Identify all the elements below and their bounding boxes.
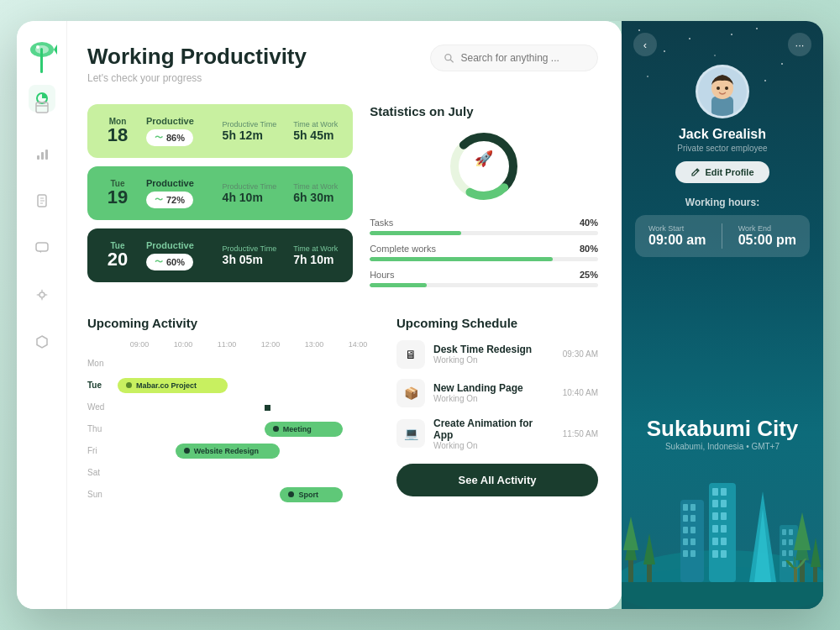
svg-rect-66 — [782, 529, 786, 535]
svg-rect-48 — [683, 550, 688, 557]
header-text: Working Productivity Let's check your pr… — [87, 45, 307, 84]
sidebar-item-chat[interactable] — [29, 234, 55, 261]
schedule-sub-anim: Working On — [433, 441, 554, 450]
stat-bar-fill-complete — [370, 257, 552, 261]
schedule-name-landing: New Landing Page — [433, 382, 554, 394]
svg-rect-26 — [711, 97, 733, 116]
prod-stats-tue20: Productive Time 3h 05m Time at Work 7h 1… — [223, 244, 339, 266]
svg-rect-69 — [789, 539, 793, 545]
svg-rect-11 — [45, 150, 48, 160]
city-name: Sukabumi City — [622, 416, 823, 442]
svg-rect-70 — [782, 550, 786, 556]
svg-marker-17 — [39, 251, 41, 253]
schedule-time-anim: 11:50 AM — [563, 429, 598, 438]
prod-info-tue20: Productive 〜 60% — [146, 240, 209, 270]
schedule-name-anim: Create Animation for App — [433, 417, 554, 441]
more-options-button[interactable]: ··· — [788, 33, 811, 56]
profile-section: Jack Grealish Private sector employee Ed… — [659, 56, 785, 197]
working-hours-title: Working hours: — [635, 197, 810, 208]
svg-rect-56 — [721, 512, 727, 520]
bottom-section: Upcoming Activity 09:00 10:00 11:00 12:0… — [87, 316, 598, 507]
sidebar-item-document[interactable] — [29, 187, 55, 214]
svg-marker-2 — [54, 45, 57, 55]
schedule-info-anim: Create Animation for App Working On — [433, 417, 554, 450]
svg-rect-37 — [647, 563, 652, 582]
stat-bar-fill-tasks — [370, 231, 461, 235]
left-arrow-button[interactable]: ‹ — [633, 33, 657, 56]
svg-rect-16 — [36, 243, 48, 251]
schedule-list: 🖥 Desk Time Redesign Working On 09:30 AM… — [396, 340, 598, 450]
schedule-icon-desk: 🖥 — [396, 340, 425, 369]
search-bar[interactable] — [430, 45, 598, 71]
edit-profile-button[interactable]: Edit Profile — [675, 161, 769, 183]
schedule-time-landing: 10:40 AM — [563, 388, 598, 397]
svg-rect-41 — [690, 504, 696, 511]
svg-rect-79 — [794, 567, 797, 582]
svg-rect-40 — [683, 504, 688, 511]
prod-card-tue19: Tue 19 Productive 〜 72% Pro — [87, 166, 353, 220]
header: Working Productivity Let's check your pr… — [87, 45, 598, 84]
wave-badge-tue20: 〜 60% — [146, 254, 193, 270]
gantt-row-sat: Sat — [87, 463, 380, 483]
svg-point-3 — [36, 45, 39, 49]
svg-rect-71 — [789, 550, 793, 556]
svg-line-21 — [450, 59, 454, 62]
main-content: Working Productivity Let's check your pr… — [67, 21, 622, 609]
svg-marker-19 — [37, 336, 47, 348]
svg-rect-10 — [41, 152, 44, 160]
svg-rect-60 — [721, 538, 727, 545]
svg-rect-43 — [690, 515, 696, 522]
gantt-row-fri: Fri Website Redesign — [87, 441, 380, 461]
svg-rect-44 — [683, 527, 688, 533]
working-hours-section: Working hours: Work Start 09:00 am Work … — [622, 197, 823, 257]
svg-rect-62 — [721, 550, 727, 558]
sidebar-item-hex[interactable] — [29, 328, 55, 355]
svg-rect-42 — [683, 515, 688, 522]
svg-point-29 — [725, 87, 728, 90]
top-section: Mon 18 Productive 〜 86% Pro — [87, 104, 598, 299]
gantt-bar-mabar: Mabar.co Project — [118, 378, 228, 393]
day-num-tue19: 19 — [108, 188, 128, 207]
city-sub: Sukabumi, Indonesia • GMT+7 — [622, 442, 823, 451]
gantt-row-wed: Wed — [87, 397, 380, 417]
sidebar-item-calendar[interactable] — [29, 93, 55, 120]
statistics-section: Statistics on July 🚀 — [370, 104, 598, 299]
active-indicator — [40, 48, 43, 73]
edit-icon — [690, 167, 701, 177]
day-badge-mon: Mon 18 — [102, 117, 133, 144]
svg-point-18 — [39, 292, 45, 297]
prod-label-mon: Productive — [146, 116, 194, 126]
sidebar-item-barchart[interactable] — [29, 140, 55, 167]
svg-rect-46 — [683, 538, 688, 545]
wave-badge-mon: 〜 86% — [146, 129, 193, 146]
work-end-value: 05:00 pm — [738, 233, 796, 248]
svg-rect-61 — [712, 550, 718, 558]
svg-point-28 — [717, 87, 720, 90]
stat-bar-hours: Hours 25% — [370, 270, 598, 287]
gantt-bar-sport: Sport — [280, 487, 343, 502]
svg-rect-53 — [712, 500, 718, 507]
see-all-activity-button[interactable]: See All Activity — [396, 464, 598, 496]
svg-text:🚀: 🚀 — [475, 150, 494, 168]
work-end-block: Work End 05:00 pm — [738, 224, 796, 248]
profile-name: Jack Grealish — [679, 127, 766, 142]
sidebar-item-settings[interactable] — [29, 281, 55, 308]
schedule-name-desk: Desk Time Redesign — [433, 344, 554, 355]
search-input[interactable] — [460, 52, 584, 64]
svg-point-20 — [445, 54, 451, 60]
donut-chart: 🚀 — [370, 129, 598, 204]
gantt-bar-website: Website Redesign — [176, 444, 281, 459]
page-subtitle: Let's check your progress — [87, 72, 307, 84]
svg-rect-9 — [37, 155, 39, 160]
upcoming-schedule: Upcoming Schedule 🖥 Desk Time Redesign W… — [396, 316, 598, 507]
stat-bar-fill-hours — [370, 283, 427, 287]
right-panel: ‹ ··· Jack Grealish — [622, 21, 823, 609]
wed-dot — [265, 405, 270, 411]
profile-role: Private sector employee — [677, 144, 767, 153]
svg-rect-55 — [712, 512, 718, 520]
schedule-time-desk: 09:30 AM — [563, 349, 598, 359]
schedule-sub-landing: Working On — [433, 394, 554, 403]
productivity-cards: Mon 18 Productive 〜 86% Pro — [87, 104, 353, 282]
schedule-info-landing: New Landing Page Working On — [433, 382, 554, 403]
svg-rect-45 — [690, 527, 696, 533]
